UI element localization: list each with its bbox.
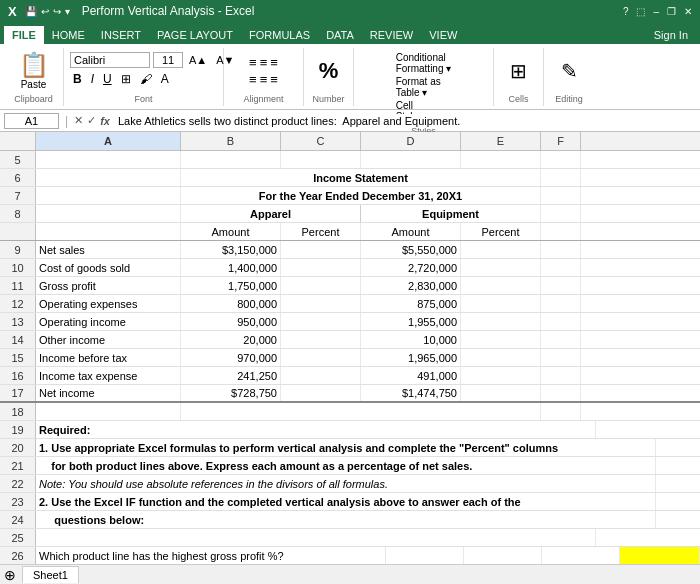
cell-b26[interactable]	[386, 547, 464, 564]
cell-d9[interactable]: $5,550,000	[361, 241, 461, 258]
cell-d14[interactable]: 10,000	[361, 331, 461, 348]
font-grow-btn[interactable]: A▲	[186, 53, 210, 67]
cell-a23[interactable]: 2. Use the Excel IF function and the com…	[36, 493, 656, 510]
cell-e13[interactable]	[461, 313, 541, 330]
cell-a19[interactable]: Required:	[36, 421, 596, 438]
align-left-icon[interactable]: ≡	[249, 72, 257, 87]
font-size-input[interactable]	[153, 52, 183, 68]
cell-a16[interactable]: Income tax expense	[36, 367, 181, 384]
cell-c15[interactable]	[281, 349, 361, 366]
cell-a8[interactable]	[36, 205, 181, 222]
cell-bcde18[interactable]	[181, 403, 541, 420]
cell-a20[interactable]: 1. Use appropriate Excel formulas to per…	[36, 439, 656, 456]
cell-a10[interactable]: Cost of goods sold	[36, 259, 181, 276]
format-as-table-btn[interactable]: Format asTable ▾	[396, 76, 441, 98]
cell-a15[interactable]: Income before tax	[36, 349, 181, 366]
cell-f8[interactable]	[541, 205, 581, 222]
cell-d8-equipment[interactable]: Equipment	[361, 205, 541, 222]
cell-e11[interactable]	[461, 277, 541, 294]
cell-e12[interactable]	[461, 295, 541, 312]
cell-b17[interactable]: $728,750	[181, 385, 281, 401]
font-color-btn[interactable]: A	[158, 71, 172, 87]
cell-e17[interactable]	[461, 385, 541, 401]
cell-d12[interactable]: 875,000	[361, 295, 461, 312]
cell-f6[interactable]	[541, 169, 581, 186]
col-header-b[interactable]: B	[181, 132, 281, 150]
percent-icon[interactable]: %	[319, 58, 339, 84]
cell-b8-apparel[interactable]: Apparel	[181, 205, 361, 222]
cross-icon[interactable]: ✕	[74, 114, 83, 127]
cell-a24[interactable]: questions below:	[36, 511, 656, 528]
cell-d10[interactable]: 2,720,000	[361, 259, 461, 276]
cell-c11[interactable]	[281, 277, 361, 294]
cell-b10[interactable]: 1,400,000	[181, 259, 281, 276]
restore-btn[interactable]: ❐	[667, 6, 676, 17]
cell-d15[interactable]: 1,965,000	[361, 349, 461, 366]
cell-a13[interactable]: Operating income	[36, 313, 181, 330]
cell-ref-input[interactable]	[4, 113, 59, 129]
cell-e8b[interactable]: Percent	[461, 223, 541, 240]
tab-data[interactable]: DATA	[318, 26, 362, 44]
cell-d17[interactable]: $1,474,750	[361, 385, 461, 401]
cell-f14[interactable]	[541, 331, 581, 348]
cell-c13[interactable]	[281, 313, 361, 330]
cell-c10[interactable]	[281, 259, 361, 276]
font-name-input[interactable]	[70, 52, 150, 68]
cell-f18[interactable]	[541, 403, 581, 420]
cell-c14[interactable]	[281, 331, 361, 348]
formula-input[interactable]	[114, 114, 696, 128]
tab-home[interactable]: HOME	[44, 26, 93, 44]
cell-f10[interactable]	[541, 259, 581, 276]
tab-page-layout[interactable]: PAGE LAYOUT	[149, 26, 241, 44]
cell-a7[interactable]	[36, 187, 181, 204]
cell-d11[interactable]: 2,830,000	[361, 277, 461, 294]
cell-d5[interactable]	[361, 151, 461, 168]
quick-dropdown[interactable]: ▾	[65, 6, 70, 17]
cell-e15[interactable]	[461, 349, 541, 366]
fill-color-btn[interactable]: 🖌	[137, 71, 155, 87]
col-header-d[interactable]: D	[361, 132, 461, 150]
cell-a21[interactable]: for both product lines above. Express ea…	[36, 457, 656, 474]
align-top-icon[interactable]: ≡	[249, 55, 257, 70]
cell-b16[interactable]: 241,250	[181, 367, 281, 384]
align-bottom-icon[interactable]: ≡	[270, 55, 278, 70]
tab-formulas[interactable]: FORMULAS	[241, 26, 318, 44]
cell-f5[interactable]	[541, 151, 581, 168]
cell-e26[interactable]	[620, 547, 700, 564]
italic-btn[interactable]: I	[88, 71, 97, 87]
quick-redo[interactable]: ↪	[53, 6, 61, 17]
cell-f17[interactable]	[541, 385, 581, 401]
cell-e5[interactable]	[461, 151, 541, 168]
align-center-icon[interactable]: ≡	[260, 72, 268, 87]
quick-undo[interactable]: ↩	[41, 6, 49, 17]
cell-f16[interactable]	[541, 367, 581, 384]
cell-a14[interactable]: Other income	[36, 331, 181, 348]
cell-e9[interactable]	[461, 241, 541, 258]
tab-view[interactable]: VIEW	[421, 26, 465, 44]
quick-save[interactable]: 💾	[25, 6, 37, 17]
cell-f7[interactable]	[541, 187, 581, 204]
cell-b11[interactable]: 1,750,000	[181, 277, 281, 294]
cell-d8b[interactable]: Amount	[361, 223, 461, 240]
tab-insert[interactable]: INSERT	[93, 26, 149, 44]
sign-in[interactable]: Sign In	[654, 29, 688, 41]
bold-btn[interactable]: B	[70, 71, 85, 87]
cell-d26[interactable]	[542, 547, 620, 564]
align-middle-icon[interactable]: ≡	[260, 55, 268, 70]
align-right-icon[interactable]: ≡	[270, 72, 278, 87]
col-header-c[interactable]: C	[281, 132, 361, 150]
cell-d16[interactable]: 491,000	[361, 367, 461, 384]
ribbon-collapse[interactable]: ⬚	[636, 6, 645, 17]
cell-a17[interactable]: Net income	[36, 385, 181, 401]
minimize-btn[interactable]: –	[653, 6, 659, 17]
close-btn[interactable]: ✕	[684, 6, 692, 17]
cell-b6-merged[interactable]: Income Statement	[181, 169, 541, 186]
cell-a25[interactable]	[36, 529, 596, 546]
col-header-f[interactable]: F	[541, 132, 581, 150]
help-icon[interactable]: ?	[623, 6, 629, 17]
cell-b9[interactable]: $3,150,000	[181, 241, 281, 258]
cell-b12[interactable]: 800,000	[181, 295, 281, 312]
col-header-a[interactable]: A	[36, 132, 181, 150]
cell-b8b[interactable]: Amount	[181, 223, 281, 240]
cell-c17[interactable]	[281, 385, 361, 401]
